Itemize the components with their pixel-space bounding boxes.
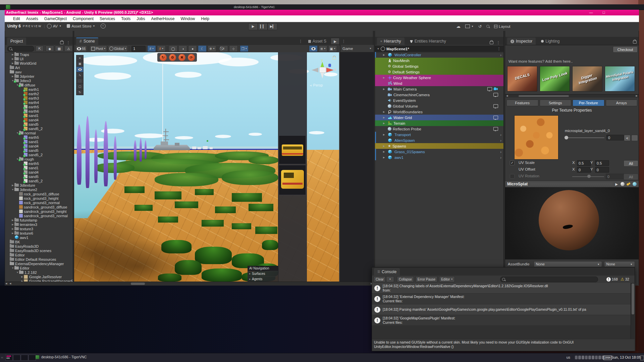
console-status-bar[interactable]: Unable to use a named GUIStyle without a… [372,339,635,351]
scroll-left2-icon[interactable]: ◀ [9,282,11,285]
promo-card-decals[interactable]: DECALS [507,66,537,92]
visibility-eye-button[interactable] [309,45,318,52]
filter-label-button[interactable]: ▩ [55,46,63,52]
tab-overflow-button[interactable]: ▶ [331,38,339,45]
project-tree-item[interactable]: sandrock_ground3_height [5,209,73,214]
weather-refresh-icon[interactable]: ⟳ [188,54,195,61]
prev-texture-button[interactable]: < [624,135,631,141]
project-search[interactable] [7,46,34,52]
menu-help[interactable]: Help [198,15,212,22]
workspace-pager[interactable] [5,355,36,361]
mic-mute-toggle[interactable]: ⊹ [229,45,238,52]
play-preview-button[interactable]: ▶ [615,182,618,186]
tray-badge[interactable]: 2896 [603,356,612,360]
project-tree-item[interactable]: ▼3dtexture2 [5,187,73,192]
hierarchy-item-alienspawn[interactable]: AlienSpawn› [375,137,503,143]
console-message[interactable]: ![18:04:32] Changing labels of Assets\Ex… [372,283,631,294]
task-button[interactable]: desktop-541c686 - TigerVNC [36,355,87,359]
grid-size-field[interactable]: 1 [131,46,146,52]
tab-project[interactable]: Project [7,38,26,45]
system-tray[interactable] [574,356,604,359]
tab-entities-hierarchy[interactable]: Entities Hierarchy [407,38,449,45]
scroll-left-icon[interactable]: ◀ [5,282,7,285]
subtab-features[interactable]: Features [506,100,538,106]
record-icon[interactable]: ○ [101,23,106,28]
project-tree-item[interactable]: ↻sand5 [5,174,73,179]
material-preview-header[interactable]: MicroSplat ▶ [505,181,639,187]
project-tree-item[interactable]: ↻earth5 [5,135,73,139]
tab-hierarchy[interactable]: ≡Hierarchy [377,38,405,45]
uv-rotation-slider[interactable] [587,175,591,178]
tab-console[interactable]: ☰Console [374,268,400,276]
warning-count-icon[interactable]: ⚠ [621,277,624,282]
project-menu-icon[interactable]: ⋮ [65,41,71,45]
hierarchy-item-wind[interactable]: Wind [375,80,503,86]
project-tree-item[interactable]: ▼↻3dtex3 [5,78,73,83]
material-preview-area[interactable] [505,187,639,259]
clear-dropdown[interactable]: ▼ [386,276,394,282]
services-dropdown[interactable]: ▼ [465,24,474,28]
project-tree-item[interactable]: Art [5,65,73,70]
tab-scene[interactable]: #Scene [76,38,98,45]
expand-arrow-icon[interactable]: ▶ [383,111,386,113]
hierarchy-item-terrain[interactable]: ▶Terrain [375,120,503,126]
uv-rotation-checkbox[interactable] [510,174,515,179]
project-tree-item[interactable]: sandrock_ground3_normal [5,214,73,218]
tray-icon[interactable] [575,356,578,359]
layers-overlay-dropdown[interactable]: ❐▼ [240,45,249,52]
menu-edit[interactable]: Edit [10,15,23,22]
project-tree-item[interactable]: Editor [5,253,73,257]
open-search-window-button[interactable]: ⇱ [36,46,44,52]
uv-rotation-all-button[interactable]: All [624,174,638,180]
subtab-settings[interactable]: Settings [540,100,572,106]
persp-label[interactable]: ⋖ Persp [310,83,323,88]
prefab-open-chevron[interactable]: › [500,138,501,142]
lighting-toggle-button[interactable] [627,182,631,186]
scroll-left-icon[interactable]: ◀ [506,95,508,97]
project-tree-item[interactable]: ↻sand4 [5,118,73,122]
tool-curve[interactable]: ∿ [76,72,84,78]
minimize-button[interactable]: — [587,10,595,15]
workspace-4[interactable] [29,355,36,361]
workspace-1[interactable] [5,355,13,361]
project-tree-item[interactable]: ↻earth6 [5,109,73,113]
hierarchy-item-eventsystem[interactable]: EventSystem [375,98,503,103]
filter-type-button[interactable]: ◆ [46,46,54,52]
workspace-3[interactable] [21,355,28,361]
slider-handle[interactable] [565,136,568,139]
project-tree-item[interactable]: ▶futurelamp [5,218,73,222]
scene-2d-toggle[interactable]: ● [188,45,197,52]
project-tree-item[interactable]: ▶3dprinter [5,74,73,78]
search-icon[interactable] [486,24,489,28]
project-tree-item[interactable]: rock_ground3_diffuse [5,192,73,196]
project-tree-item[interactable]: sandrock_ground3_diffuse [5,205,73,209]
project-tree-item[interactable]: ▶Google.PackageManagerRes [5,279,73,282]
console-search-input[interactable] [506,277,596,281]
console-message[interactable]: ![18:04:32] Parsing manifest 'Assets\Goo… [372,304,631,315]
hierarchy-item-spawns[interactable]: ▶★Spawns [375,143,503,149]
hierarchy-item-water-grid[interactable]: ▶Water Grid [375,115,503,120]
project-tree-item[interactable]: ▼1.2.182 [5,270,73,275]
pause-button[interactable]: ▎▎ [258,23,268,30]
layout-dropdown[interactable]: Layout [494,24,511,28]
tray-icon[interactable] [598,356,601,359]
lock-icon[interactable] [490,41,493,44]
subtab-per-texture[interactable]: Per-Texture [573,100,604,106]
ai-nav-surfaces[interactable]: ▸Surfaces [248,271,278,276]
hierarchy-item-global-settings[interactable]: ⚙Global Settings [375,63,503,69]
tray-icon[interactable] [585,356,588,359]
hierarchy-item-transport[interactable]: ▶Transport› [375,132,503,137]
project-tree-item[interactable]: ↻earth2 [5,92,73,96]
prefab-open-chevron[interactable]: › [500,133,501,137]
project-tree-item[interactable]: BK [5,240,73,244]
menu-gameobject[interactable]: GameObject [41,15,70,22]
scene-header-row[interactable]: ▼ MapScene1* ⋮ [375,46,503,52]
weather-cycle-icon[interactable]: ↻ [160,54,167,61]
keyboard-layout[interactable]: us [566,355,570,359]
info-count-icon[interactable]: ! [606,277,611,282]
console-message[interactable]: ![18:04:32] 'External Dependency Manager… [372,294,631,304]
tray-icon[interactable] [578,356,581,359]
project-tree-item[interactable]: ▶terraintex3 [5,222,73,227]
tool-view-eye[interactable] [76,66,84,72]
texture-index-slider[interactable]: 0 < [565,135,637,141]
